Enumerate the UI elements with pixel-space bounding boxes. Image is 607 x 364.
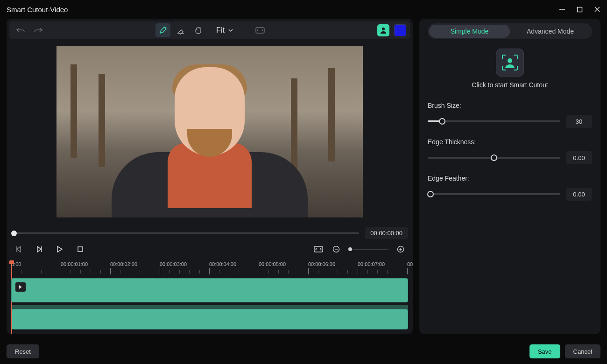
ruler-label: 00:00:01:00 <box>61 261 110 268</box>
ruler-label: 00:00:02:00 <box>110 261 160 268</box>
fit-width-button[interactable] <box>313 244 324 255</box>
ruler-label: 00:00:05:00 <box>259 261 308 268</box>
timeline[interactable]: 0:0000:00:01:0000:00:02:0000:00:03:0000:… <box>7 259 413 334</box>
ruler-label: 00:00:06:00 <box>308 261 358 268</box>
tab-advanced-mode[interactable]: Advanced Mode <box>510 25 591 38</box>
erase-brush-tool[interactable] <box>173 23 188 37</box>
timeline-ruler[interactable]: 0:0000:00:01:0000:00:02:0000:00:03:0000:… <box>11 261 408 276</box>
tab-simple-mode[interactable]: Simple Mode <box>429 25 510 38</box>
cancel-button[interactable]: Cancel <box>565 344 600 358</box>
edge-feather-value[interactable]: 0.00 <box>566 188 592 201</box>
edge-thickness-slider[interactable] <box>428 157 560 159</box>
zoom-dropdown[interactable]: Fit <box>212 23 238 37</box>
person-frame-icon <box>501 53 519 72</box>
edge-thickness-label: Edge Thickness: <box>428 138 592 146</box>
edge-feather-slider[interactable] <box>428 193 560 195</box>
scrub-track[interactable] <box>11 232 359 234</box>
clip-play-icon <box>15 282 26 292</box>
start-cutout-button[interactable] <box>496 49 524 77</box>
audio-clip[interactable] <box>11 309 408 329</box>
ruler-label: 0:00 <box>11 261 61 268</box>
next-frame-button[interactable] <box>34 244 45 255</box>
window-title: Smart Cutout-Video <box>7 6 68 14</box>
video-canvas <box>56 46 363 217</box>
brush-size-slider[interactable] <box>428 120 560 122</box>
add-brush-tool[interactable] <box>155 23 170 37</box>
prev-frame-button[interactable] <box>13 244 24 255</box>
window-controls <box>559 6 600 13</box>
svg-point-18 <box>508 58 512 63</box>
minimize-button[interactable] <box>559 6 565 13</box>
footer: Reset Save Cancel <box>7 344 600 358</box>
foreground-swatch[interactable] <box>377 24 389 36</box>
ruler-label: 00:00:07:00 <box>358 261 407 268</box>
transport-bar <box>7 239 413 259</box>
pan-tool[interactable] <box>191 23 206 37</box>
svg-rect-1 <box>578 7 582 12</box>
preview-toolbar: Fit <box>9 21 410 39</box>
start-cutout-label: Click to start Smart Cutout <box>428 81 592 89</box>
brush-size-label: Brush Size: <box>428 102 592 109</box>
video-preview[interactable] <box>7 39 413 224</box>
mode-tabs: Simple Mode Advanced Mode <box>428 23 592 39</box>
zoom-slider[interactable] <box>348 249 388 250</box>
zoom-in-button[interactable] <box>395 244 406 255</box>
chevron-down-icon <box>228 29 233 32</box>
maximize-button[interactable] <box>577 7 583 13</box>
ruler-label: 00:00:03:00 <box>160 261 209 268</box>
brush-size-value[interactable]: 30 <box>566 115 592 128</box>
person-icon <box>380 27 387 34</box>
compare-toggle[interactable] <box>253 23 268 37</box>
scrub-handle[interactable] <box>11 231 17 236</box>
preview-panel: Fit <box>7 19 413 334</box>
stop-button[interactable] <box>75 244 86 255</box>
reset-button[interactable]: Reset <box>7 344 39 358</box>
zoom-out-button[interactable] <box>331 244 342 255</box>
titlebar: Smart Cutout-Video <box>0 0 607 19</box>
ruler-label: 00:00:08:0 <box>407 261 413 268</box>
play-button[interactable] <box>54 244 65 255</box>
edge-feather-label: Edge Feather: <box>428 175 592 182</box>
svg-point-8 <box>382 28 385 30</box>
ruler-label: 00:00:04:00 <box>209 261 259 268</box>
zoom-label: Fit <box>216 26 225 35</box>
video-clip[interactable] <box>11 278 408 302</box>
close-button[interactable] <box>594 6 600 13</box>
background-swatch[interactable] <box>394 24 406 36</box>
timecode: 00:00:00:00 <box>365 227 408 239</box>
undo-button[interactable] <box>13 23 28 37</box>
edge-thickness-value[interactable]: 0.00 <box>566 151 592 164</box>
settings-panel: Simple Mode Advanced Mode Click to start… <box>419 19 600 334</box>
svg-rect-11 <box>78 247 83 252</box>
save-button[interactable]: Save <box>529 344 560 358</box>
redo-button[interactable] <box>31 23 46 37</box>
